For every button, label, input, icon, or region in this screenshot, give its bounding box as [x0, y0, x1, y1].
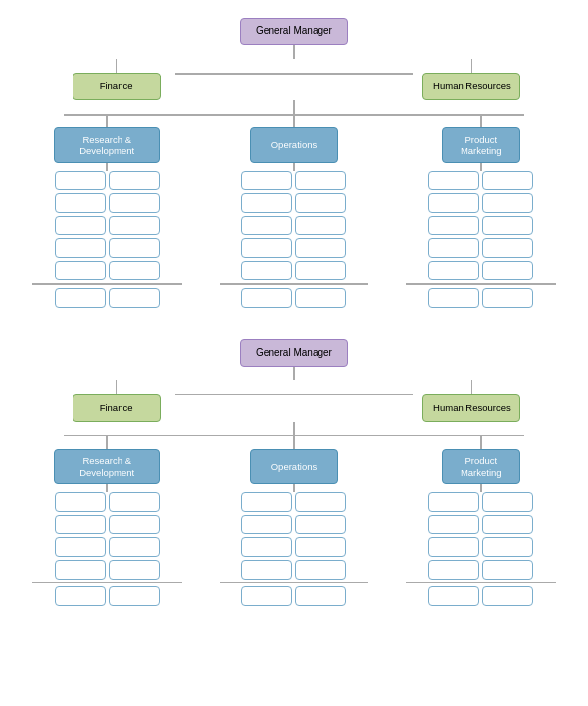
ops-item[interactable] — [295, 288, 346, 308]
rd2-item[interactable] — [109, 586, 160, 606]
rd2-item[interactable] — [55, 537, 106, 557]
ops-item[interactable] — [295, 193, 346, 213]
rd-box-1[interactable]: Research & Development — [54, 127, 160, 163]
ops-item[interactable] — [241, 193, 292, 213]
ops-box-1[interactable]: Operations — [250, 127, 338, 163]
ops-item[interactable] — [241, 238, 292, 258]
ops-item[interactable] — [241, 261, 292, 280]
vline-gm-2 — [293, 367, 295, 380]
pm-item[interactable] — [482, 171, 533, 190]
org-chart-1: General Manager Finance Human Resources — [5, 10, 583, 312]
pm2-item[interactable] — [428, 492, 479, 512]
ops-box-2[interactable]: Operations — [250, 449, 338, 484]
rd-item[interactable] — [109, 216, 160, 235]
gm-node-2: General Manager — [240, 339, 348, 367]
ops2-item[interactable] — [241, 560, 292, 580]
rd2-item[interactable] — [109, 560, 160, 580]
ops2-item[interactable] — [241, 537, 292, 557]
vline-left-1 — [116, 59, 118, 73]
rd-item[interactable] — [109, 238, 160, 258]
ops2-item[interactable] — [295, 560, 346, 580]
ops2-item[interactable] — [241, 586, 292, 606]
hr-box-1[interactable]: Human Resources — [422, 73, 520, 100]
ops2-item[interactable] — [295, 537, 346, 557]
rd-item[interactable] — [55, 288, 106, 308]
rd-col2-1 — [109, 171, 160, 280]
rd-item[interactable] — [109, 261, 160, 280]
pm-item[interactable] — [482, 216, 533, 235]
ops-item[interactable] — [295, 171, 346, 190]
pm2-item[interactable] — [482, 515, 533, 534]
gm-node-1: General Manager — [240, 18, 348, 45]
pm2-item[interactable] — [482, 560, 533, 580]
rd2-item[interactable] — [55, 586, 106, 606]
pm-box-2[interactable]: Product Marketing — [442, 449, 520, 484]
section-divider — [5, 322, 583, 331]
vline-gm-1 — [293, 45, 295, 59]
rd2-item[interactable] — [55, 560, 106, 580]
ops2-item[interactable] — [241, 515, 292, 534]
rd-item[interactable] — [109, 171, 160, 190]
pm2-item[interactable] — [482, 537, 533, 557]
finance-box-2[interactable]: Finance — [73, 394, 161, 422]
rd-item[interactable] — [55, 261, 106, 280]
pm2-item[interactable] — [428, 560, 479, 580]
rd2-item[interactable] — [55, 492, 106, 512]
ops2-item[interactable] — [295, 586, 346, 606]
rd2-item[interactable] — [109, 537, 160, 557]
org-chart-2: General Manager Finance Human Resources — [5, 331, 583, 611]
gm-box-1[interactable]: General Manager — [240, 18, 348, 45]
pm-item[interactable] — [428, 238, 479, 258]
pm-item[interactable] — [482, 193, 533, 213]
pm-item[interactable] — [482, 261, 533, 280]
vline-dept-1 — [293, 100, 295, 114]
finance-box-1[interactable]: Finance — [73, 73, 161, 100]
pm2-item[interactable] — [428, 515, 479, 534]
ops2-item[interactable] — [241, 492, 292, 512]
pm-box-1[interactable]: Product Marketing — [442, 127, 520, 163]
pm-item[interactable] — [428, 193, 479, 213]
rd-item[interactable] — [55, 238, 106, 258]
rd-item[interactable] — [55, 171, 106, 190]
ops-item[interactable] — [295, 216, 346, 235]
rd2-item[interactable] — [55, 515, 106, 534]
ops-item[interactable] — [241, 171, 292, 190]
ops-item[interactable] — [241, 288, 292, 308]
pm-item[interactable] — [428, 216, 479, 235]
pm2-item[interactable] — [428, 586, 479, 606]
rd-item[interactable] — [55, 193, 106, 213]
rd2-item[interactable] — [109, 515, 160, 534]
hr-box-2[interactable]: Human Resources — [422, 394, 520, 422]
ops-item[interactable] — [241, 216, 292, 235]
pm2-item[interactable] — [482, 586, 533, 606]
pm-item[interactable] — [428, 288, 479, 308]
rd-col1-1 — [55, 171, 106, 280]
rd-box-2[interactable]: Research & Development — [54, 449, 160, 484]
ops-item[interactable] — [295, 261, 346, 280]
vline-right-1 — [471, 59, 473, 73]
pm-item[interactable] — [482, 288, 533, 308]
rd2-item[interactable] — [109, 492, 160, 512]
vline-rd-1 — [106, 114, 108, 127]
pm-item[interactable] — [428, 261, 479, 280]
gm-box-2[interactable]: General Manager — [240, 339, 348, 367]
pm-item[interactable] — [482, 238, 533, 258]
hbar-dept-1 — [64, 114, 523, 116]
vline-pm-1 — [480, 114, 482, 127]
rd-item[interactable] — [55, 216, 106, 235]
ops2-item[interactable] — [295, 515, 346, 534]
hbar-staff-1 — [175, 73, 413, 75]
page: General Manager Finance Human Resources — [0, 0, 588, 630]
rd-item[interactable] — [109, 288, 160, 308]
rd-item[interactable] — [109, 193, 160, 213]
pm-item[interactable] — [428, 171, 479, 190]
pm2-item[interactable] — [482, 492, 533, 512]
vline-ops-1 — [293, 114, 295, 127]
pm2-item[interactable] — [428, 537, 479, 557]
ops2-item[interactable] — [295, 492, 346, 512]
vline-dept-2 — [293, 422, 295, 435]
ops-item[interactable] — [295, 238, 346, 258]
